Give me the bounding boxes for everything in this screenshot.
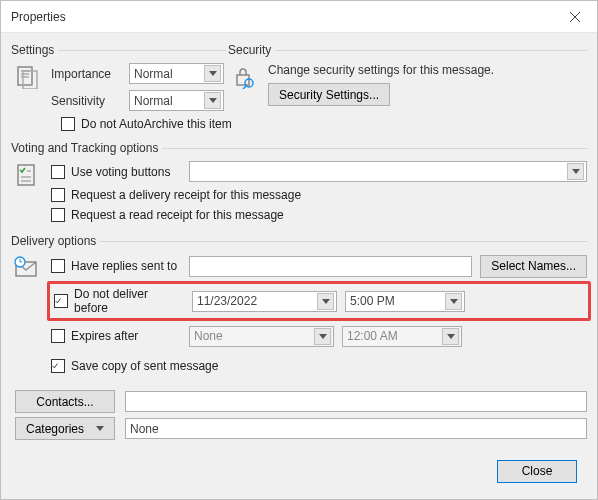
svg-marker-8 (209, 98, 217, 103)
chevron-down-icon (204, 65, 221, 82)
svg-marker-16 (572, 169, 580, 174)
close-icon (570, 12, 580, 22)
have-replies-input[interactable] (189, 256, 472, 277)
close-window-button[interactable] (552, 1, 597, 33)
envelope-clock-icon (14, 256, 40, 280)
close-button[interactable]: Close (497, 460, 577, 483)
svg-marker-21 (322, 299, 330, 304)
deliver-time-dropdown[interactable]: 5:00 PM (345, 291, 465, 312)
chevron-down-icon (445, 293, 462, 310)
autoarchive-checkbox[interactable]: Do not AutoArchive this item (61, 117, 232, 131)
svg-marker-22 (450, 299, 458, 304)
have-replies-checkbox[interactable]: Have replies sent to (51, 259, 177, 273)
svg-rect-2 (18, 67, 32, 85)
delivery-receipt-checkbox[interactable]: Request a delivery receipt for this mess… (51, 188, 587, 202)
chevron-down-icon (204, 92, 221, 109)
expires-date-dropdown[interactable]: None (189, 326, 334, 347)
window-title: Properties (11, 10, 552, 24)
svg-marker-25 (96, 426, 104, 431)
security-legend: Security (228, 43, 275, 57)
svg-rect-12 (18, 165, 34, 185)
sensitivity-label: Sensitivity (51, 94, 121, 108)
svg-marker-23 (319, 334, 327, 339)
voting-buttons-dropdown[interactable] (189, 161, 587, 182)
deliver-date-dropdown[interactable]: 11/23/2022 (192, 291, 337, 312)
security-settings-button[interactable]: Security Settings... (268, 83, 390, 106)
delivery-legend: Delivery options (11, 234, 100, 248)
security-desc: Change security settings for this messag… (268, 63, 587, 77)
chevron-down-icon (442, 328, 459, 345)
categories-button[interactable]: Categories (15, 417, 115, 440)
titlebar: Properties (1, 1, 597, 33)
sensitivity-dropdown[interactable]: Normal (129, 90, 224, 111)
do-not-deliver-row: Do not deliver before 11/23/2022 5:00 PM (47, 281, 591, 321)
importance-dropdown[interactable]: Normal (129, 63, 224, 84)
dialog-content: Settings Importance Normal (1, 33, 597, 499)
read-receipt-checkbox[interactable]: Request a read receipt for this message (51, 208, 587, 222)
delivery-group: Delivery options Have replies sent to (11, 234, 587, 380)
select-names-button[interactable]: Select Names... (480, 255, 587, 278)
voting-legend: Voting and Tracking options (11, 141, 162, 155)
contacts-button[interactable]: Contacts... (15, 390, 115, 413)
checklist-icon (15, 163, 39, 187)
lock-icon (232, 65, 256, 89)
chevron-down-icon (314, 328, 331, 345)
svg-marker-24 (447, 334, 455, 339)
svg-line-11 (243, 86, 246, 89)
use-voting-checkbox[interactable]: Use voting buttons (51, 165, 181, 179)
settings-group: Settings Importance Normal (11, 43, 226, 113)
importance-label: Importance (51, 67, 121, 81)
properties-dialog: Properties Settings Importance Norm (0, 0, 598, 500)
svg-marker-7 (209, 71, 217, 76)
expires-checkbox[interactable]: Expires after (51, 329, 138, 343)
voting-group: Voting and Tracking options Use voting b… (11, 141, 587, 224)
save-copy-checkbox[interactable]: Save copy of sent message (51, 359, 218, 373)
contacts-input[interactable] (125, 391, 587, 412)
categories-field[interactable]: None (125, 418, 587, 439)
security-group: Security Change security settings for th… (228, 43, 587, 108)
chevron-down-icon (96, 426, 104, 431)
expires-time-dropdown[interactable]: 12:00 AM (342, 326, 462, 347)
chevron-down-icon (317, 293, 334, 310)
properties-icon (15, 65, 39, 89)
settings-legend: Settings (11, 43, 58, 57)
do-not-deliver-checkbox[interactable]: Do not deliver before (54, 287, 184, 315)
chevron-down-icon (567, 163, 584, 180)
